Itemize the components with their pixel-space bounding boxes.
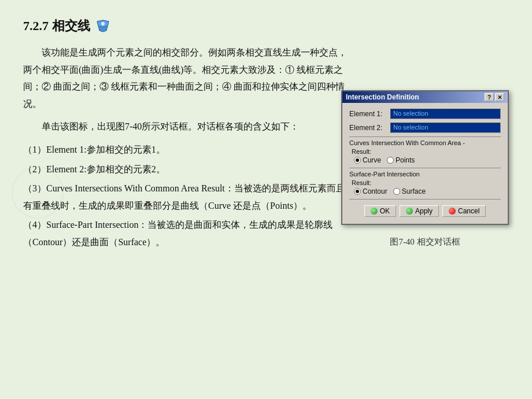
- dialog-body: Element 1: No selection Element 2: No se…: [342, 103, 508, 224]
- main-body: 该功能是生成两个元素之间的相交部分。例如两条相交直线生成一种交点，两个相交平面(…: [23, 44, 509, 253]
- watermark: [12, 167, 64, 219]
- section2-divider: [349, 168, 501, 168]
- curve-radio-dot[interactable]: [354, 157, 361, 164]
- intersection-icon: [95, 18, 111, 34]
- list-item-2: （2）Element 2:参加相交的元素2。: [23, 161, 347, 178]
- title-text: 7.2.7 相交线: [23, 17, 90, 35]
- element1-row: Element 1: No selection: [349, 109, 501, 119]
- page-content: 7.2.7 相交线 该功能是生成两个元素之间的相交部分。例如两条相交直线生成一种…: [0, 0, 532, 265]
- element1-input[interactable]: No selection: [390, 109, 501, 119]
- paragraph-1: 该功能是生成两个元素之间的相交部分。例如两条相交直线生成一种交点，两个相交平面(…: [23, 44, 347, 112]
- cancel-icon: [449, 208, 456, 215]
- paragraph-2: 单击该图标，出现图7-40所示对话框。对话框各项的含义如下：: [23, 118, 347, 135]
- list-item-4: （4）Surface-Part Intersection：当被选的是曲面和实体，…: [23, 216, 347, 250]
- titlebar-buttons: ? ✕: [485, 93, 504, 101]
- contour-radio-dot[interactable]: [354, 188, 361, 195]
- section1-divider: [349, 136, 501, 137]
- list-item-1: （1）Element 1:参加相交的元素1。: [23, 141, 347, 158]
- element1-label: Element 1:: [349, 110, 387, 118]
- curve-points-group: Curve Points: [354, 156, 501, 164]
- figure-caption: 图7-40 相交对话框: [341, 237, 509, 247]
- help-button[interactable]: ?: [485, 93, 494, 101]
- curve-radio[interactable]: Curve: [354, 156, 381, 164]
- surface-radio-dot[interactable]: [393, 188, 400, 195]
- section1-label: Curves Intersection With Common Area -: [349, 139, 501, 146]
- element2-input[interactable]: No selection: [390, 123, 501, 133]
- close-button[interactable]: ✕: [495, 93, 504, 101]
- points-radio[interactable]: Points: [387, 156, 415, 164]
- dialog-title: Intersection Definition: [346, 93, 419, 101]
- text-column: 该功能是生成两个元素之间的相交部分。例如两条相交直线生成一种交点，两个相交平面(…: [23, 44, 347, 253]
- result1-label: Result:: [352, 148, 501, 155]
- dialog-area: Intersection Definition ? ✕ Element 1: N…: [341, 90, 509, 247]
- ok-icon: [371, 208, 378, 215]
- apply-icon: [406, 208, 413, 215]
- ok-button[interactable]: OK: [364, 205, 396, 217]
- list-item-3: （3）Curves Intersections With Common Area…: [23, 180, 347, 214]
- footer-divider: [349, 199, 501, 200]
- element2-row: Element 2: No selection: [349, 123, 501, 133]
- contour-surface-group: Contour Surface: [354, 187, 501, 195]
- dialog-footer: OK Apply Cancel: [349, 202, 501, 219]
- cancel-button[interactable]: Cancel: [442, 205, 486, 217]
- svg-point-2: [101, 22, 105, 25]
- section2-label: Surface-Part Intersection: [349, 171, 501, 178]
- contour-radio[interactable]: Contour: [354, 187, 387, 195]
- section-title: 7.2.7 相交线: [23, 17, 509, 35]
- dialog-box: Intersection Definition ? ✕ Element 1: N…: [341, 90, 509, 225]
- element2-label: Element 2:: [349, 124, 387, 132]
- result2-label: Result:: [352, 179, 501, 186]
- surface-radio[interactable]: Surface: [393, 187, 426, 195]
- dialog-titlebar: Intersection Definition ? ✕: [342, 91, 508, 103]
- points-radio-dot[interactable]: [387, 157, 394, 164]
- apply-button[interactable]: Apply: [400, 205, 439, 217]
